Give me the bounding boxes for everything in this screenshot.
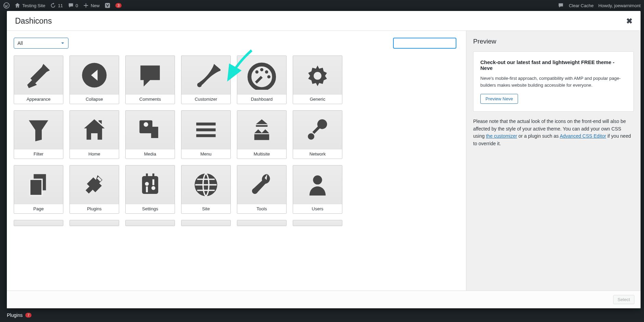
comments-count[interactable]: 0 xyxy=(68,2,78,9)
chat-icon[interactable] xyxy=(558,2,564,9)
clear-cache[interactable]: Clear Cache xyxy=(569,3,593,8)
new[interactable]: New xyxy=(83,2,100,9)
wp-logo[interactable] xyxy=(3,2,10,9)
howdy[interactable]: Howdy, joewarnimont xyxy=(598,3,641,8)
updates[interactable]: 11 xyxy=(50,2,63,9)
svg-rect-1 xyxy=(105,3,110,8)
svg-point-0 xyxy=(4,3,9,8)
notif-badge[interactable]: 3 xyxy=(115,3,122,8)
admin-bar: Testing Site 11 0 New 3 Clear Cache Howd… xyxy=(0,0,644,11)
site-name[interactable]: Testing Site xyxy=(14,2,45,9)
yoast-icon[interactable] xyxy=(104,2,111,9)
